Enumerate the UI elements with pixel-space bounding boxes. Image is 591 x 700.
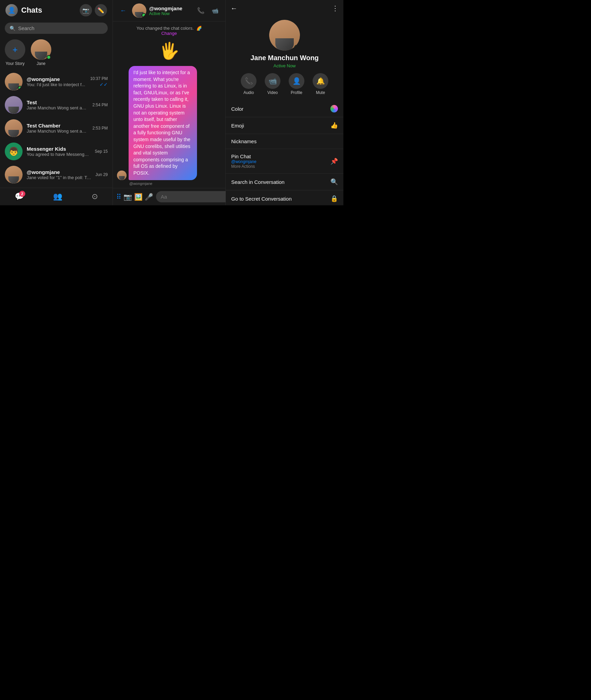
nav-people-icon: 👥 (53, 192, 62, 201)
msg-bubble-incoming: I'd just like to interject for a moment.… (129, 66, 197, 180)
photo-icon[interactable]: 🖼️ (134, 193, 143, 201)
audio-call-button[interactable]: 📞 (195, 4, 207, 17)
menu-search-conversation[interactable]: Search in Conversation 🔍 (226, 174, 343, 190)
chat-name-1: @wongmjane (27, 76, 86, 82)
chat-preview-wmj2: Jane voted for "1" in the poll: Test P..… (27, 175, 91, 180)
color-gradient-icon (330, 105, 338, 112)
chat-name-tc1: Test Chamber (27, 123, 88, 129)
change-link[interactable]: Change (161, 31, 177, 36)
chat-item-wongmjane-1[interactable]: @wongmjane You: I'd just like to interje… (0, 70, 113, 93)
back-button[interactable]: ← (117, 4, 129, 17)
camera-button[interactable]: 📷 (80, 4, 92, 16)
chat-input-bar: ⠿ 📷 🖼️ 🎤 😊 👍 (113, 188, 225, 205)
chat-header-info: @wongmjane Active Now (149, 5, 192, 16)
menu-emoji[interactable]: Emoji 👍 (226, 117, 343, 134)
chats-avatar[interactable]: 👤 (5, 4, 18, 16)
chat-header-avatar (132, 3, 146, 18)
chats-bottom-nav: 💬 2 👥 ⊙ (0, 188, 113, 205)
profile-back-button[interactable]: ← (231, 4, 237, 12)
system-message: You changed the chat colors. 🌈 Change (117, 26, 221, 36)
chats-header-icons: 📷 ✏️ (80, 4, 107, 16)
profile-action-label: Profile (291, 90, 302, 95)
profile-name: Jane Manchun Wong (250, 54, 319, 62)
your-story-add[interactable]: + (5, 39, 25, 60)
jane-story-label: Jane (37, 61, 45, 66)
menu-emoji-text: Emoji (231, 123, 330, 129)
menu-secret-conversation[interactable]: Go to Secret Conversation 🔒 (226, 190, 343, 205)
pin-icon: 📌 (330, 158, 338, 165)
profile-action-icon: 👤 (289, 73, 304, 89)
video-call-button[interactable]: 📹 (209, 4, 221, 17)
chat-time-1: 10:37 PM (90, 76, 108, 81)
profile-more-button[interactable]: ⋮ (332, 4, 339, 12)
chat-info-mk: Messenger Kids You agreed to have Messen… (27, 146, 91, 157)
search-icon: 🔍 (330, 178, 338, 186)
system-msg-text: You changed the chat colors. (136, 26, 194, 31)
compose-button[interactable]: ✏️ (95, 4, 107, 16)
chat-info-1: @wongmjane You: I'd just like to interje… (27, 76, 86, 87)
nav-chats[interactable]: 💬 2 (15, 192, 24, 201)
chat-time-mk: Sep 15 (95, 149, 108, 154)
message-input[interactable] (156, 191, 231, 202)
chats-search-bar[interactable]: 🔍 Search (5, 23, 108, 34)
menu-color-text: Color (231, 106, 330, 112)
nav-stories[interactable]: ⊙ (92, 192, 98, 201)
stories-row: + Your Story Jane (0, 37, 113, 70)
chat-avatar-tc1 (5, 119, 23, 137)
jane-online-dot (47, 55, 51, 59)
menu-nicknames-text: Nicknames (231, 138, 338, 144)
chat-avatar-wongmjane-1 (5, 73, 23, 91)
online-dot-1 (18, 86, 22, 90)
menu-color[interactable]: Color (226, 100, 343, 117)
chat-avatar-wmj2 (5, 166, 23, 184)
chat-item-messenger-kids[interactable]: 👦 Messenger Kids You agreed to have Mess… (0, 140, 113, 163)
mic-icon[interactable]: 🎤 (145, 193, 153, 201)
mute-action-icon: 🔔 (313, 73, 328, 89)
menu-pin-text: Pin Chat (231, 153, 330, 159)
audio-action[interactable]: 📞 Audio (241, 73, 257, 95)
menu-search-text: Search in Conversation (231, 179, 330, 185)
menu-nicknames[interactable]: Nicknames (226, 134, 343, 149)
profile-avatar (269, 20, 300, 51)
menu-pin-info: Pin Chat @wongmjane More Actions (231, 153, 330, 169)
profile-actions: 📞 Audio 📹 Video 👤 Profile 🔔 Mute (241, 73, 328, 95)
chat-item-wongmjane-2[interactable]: @wongmjane Jane voted for "1" in the pol… (0, 163, 113, 186)
chat-item-test[interactable]: Test Jane Manchun Wong sent an actio... … (0, 93, 113, 117)
profile-action[interactable]: 👤 Profile (289, 73, 304, 95)
chats-search-placeholder: Search (18, 25, 35, 31)
chat-name-mk: Messenger Kids (27, 146, 91, 152)
chats-title: Chats (21, 6, 42, 15)
chat-list: @wongmjane You: I'd just like to interje… (0, 70, 113, 188)
more-actions-text: More Actions (231, 164, 330, 169)
profile-top-bar: ← ⋮ (226, 0, 343, 16)
chat-contact-status: Active Now (149, 11, 192, 16)
chat-time-wmj2: Jun 29 (95, 172, 108, 177)
your-story-label: Your Story (5, 61, 25, 66)
chat-preview-tc1: Jane Manchun Wong sent an actio... (27, 129, 88, 134)
msg-avatar-incoming (117, 171, 127, 180)
pin-chat-user: @wongmjane (231, 159, 330, 164)
media-icons: ⠿ 📷 🖼️ 🎤 (116, 193, 153, 201)
mute-action-label: Mute (316, 90, 325, 95)
video-action[interactable]: 📹 Video (265, 73, 280, 95)
audio-action-label: Audio (244, 90, 254, 95)
jane-story-item[interactable]: Jane (31, 39, 51, 66)
chat-messages: You changed the chat colors. 🌈 Change 🖐️… (113, 22, 225, 188)
chat-item-test-chamber-1[interactable]: Test Chamber Jane Manchun Wong sent an a… (0, 117, 113, 140)
nav-badge: 2 (19, 191, 25, 197)
check-icon-1: ✓✓ (100, 82, 108, 87)
video-action-icon: 📹 (265, 73, 280, 89)
mute-action[interactable]: 🔔 Mute (313, 73, 328, 95)
chat-time-tc1: 2:53 PM (92, 126, 108, 131)
your-story-item[interactable]: + Your Story (5, 39, 25, 66)
audio-action-icon: 📞 (241, 73, 257, 89)
menu-emoji-icon: 👍 (330, 122, 338, 129)
chat-header-actions: 📞 📹 (195, 4, 221, 17)
menu-pin-chat[interactable]: Pin Chat @wongmjane More Actions 📌 (226, 149, 343, 174)
camera-icon[interactable]: 📷 (123, 193, 132, 201)
nav-people[interactable]: 👥 (53, 192, 62, 201)
chat-name-wmj2: @wongmjane (27, 169, 91, 175)
dots-icon[interactable]: ⠿ (116, 193, 121, 201)
menu-secret-text: Go to Secret Conversation (231, 196, 330, 202)
chat-info-wmj2: @wongmjane Jane voted for "1" in the pol… (27, 169, 91, 180)
